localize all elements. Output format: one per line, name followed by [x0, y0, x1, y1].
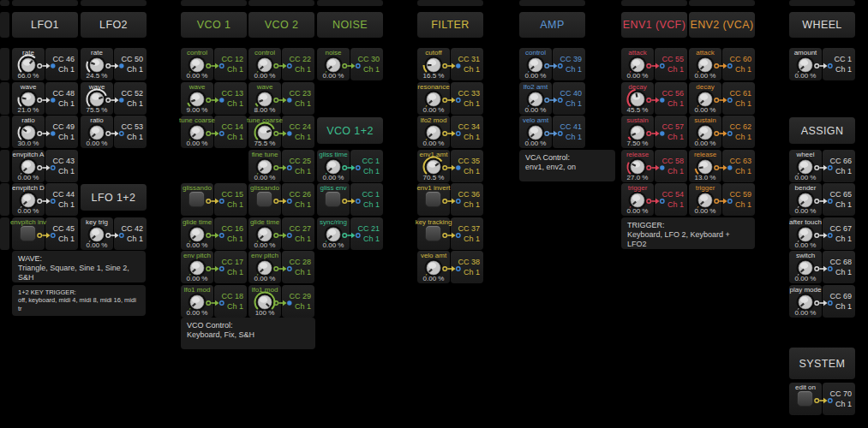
vco12-gliss-env-toggle-button[interactable] — [325, 191, 341, 207]
vco2-tune-coarse-midi-channel: Ch 1 — [295, 133, 311, 141]
lfo2-ratio-cc-number: CC 53 — [121, 122, 143, 131]
vco1-tune-coarse-mapping-row: tune coarse0.00 %CC 14Ch 1 — [181, 116, 247, 148]
system-edit-on-toggle-button[interactable] — [797, 390, 813, 407]
vco2-wave-midi-channel: Ch 1 — [295, 99, 311, 108]
vco1-glissando-mapping-row: glissandoCC 15Ch 1 — [181, 183, 247, 216]
assign-wheel-midi-channel: Ch 1 — [835, 167, 852, 175]
lfo1-envpitch-a-label: envpitch A — [5, 151, 51, 158]
vco1-tune-coarse-value: 0.00 % — [179, 140, 215, 147]
vco1-env-pitch-mapping-row: env pitch0.00 %CC 17Ch 1 — [181, 251, 247, 283]
vco2-fine-tune-cc-number: CC 25 — [289, 157, 311, 165]
noise-noise-label: noise — [310, 49, 356, 56]
filter-cutoff-midi-channel: Ch 1 — [464, 65, 480, 74]
env2-attack-mapping-row: attack0.00 %CC 60Ch 1 — [689, 48, 755, 80]
edge-sliver — [0, 0, 9, 6]
assign-play-mode-midi-channel: Ch 1 — [835, 302, 852, 311]
vco2-tune-coarse-label: tune coarse — [242, 116, 288, 124]
amp-velo-amt-label: velo amt — [512, 116, 559, 124]
env1-sustain-label: sustain — [614, 116, 661, 124]
lfo1-envpitch-inv-toggle-button[interactable] — [20, 225, 36, 241]
lfo1-ratio-value: 30.0 % — [10, 140, 46, 147]
midi-mapping-arrow-icon — [544, 61, 563, 71]
midi-cc-mapping-panel: WAVE:Triangle, Square, Sine 1, Sine 2, S… — [0, 0, 868, 428]
vco2-control-midi-channel: Ch 1 — [295, 65, 311, 74]
midi-mapping-arrow-icon — [105, 128, 124, 139]
vco2-glissando-toggle-button[interactable] — [256, 191, 272, 207]
vco2-wave-value: 8.00 % — [247, 106, 283, 114]
vco2-wave-label: wave — [242, 83, 288, 91]
vco1-tune-coarse-cc-number: CC 14 — [221, 122, 243, 131]
filter-lfo2-mod-mapping-row: lfo2 mod0.00 %CC 34Ch 1 — [417, 116, 483, 148]
midi-mapping-arrow-icon — [342, 61, 361, 71]
env2-release-cc-number: CC 63 — [729, 157, 751, 165]
amp-control-mapping-row: control0.00 %CC 39Ch 1 — [519, 48, 585, 80]
noise-noise-cc-number: CC 30 — [357, 55, 380, 63]
env1-header-label: ENV1 (VCF) — [623, 19, 685, 31]
vco2-glissando-label: glissando — [242, 184, 288, 192]
lfo2-ratio-midi-channel: Ch 1 — [127, 133, 143, 141]
env2-header-label: ENV2 (VCA) — [690, 19, 753, 31]
filter-env1-amt-mapping-row: env1 amt70.5 %CC 35Ch 1 — [417, 150, 483, 182]
filter-lfo2-mod-cc-number: CC 34 — [458, 122, 480, 131]
midi-mapping-arrow-icon — [646, 95, 665, 105]
amp-velo-amt-midi-channel: Ch 1 — [566, 133, 582, 141]
vco1-glissando-toggle-button[interactable] — [189, 191, 205, 207]
lfo12-header: LFO 1+2 — [81, 184, 147, 211]
env2-trigger-midi-channel: Ch 1 — [735, 200, 751, 209]
amp-lfo2-amt-cc-number: CC 40 — [560, 89, 582, 98]
vco12-sync-ring-label: sync/ring — [310, 218, 356, 226]
filter-env1-invert-toggle-button[interactable] — [425, 191, 441, 207]
midi-mapping-arrow-icon — [206, 230, 224, 241]
env1-trigger-mapping-row: trigger0.00 %CC 54Ch 1 — [621, 183, 687, 216]
vco2-env-pitch-label: env pitch — [242, 252, 288, 259]
filter-velo-amt-value: 0.00 % — [416, 275, 452, 282]
midi-mapping-arrow-icon — [646, 128, 665, 139]
env2-attack-value: 0.00 % — [687, 72, 723, 80]
filter-env1-amt-midi-channel: Ch 1 — [464, 167, 480, 175]
filter-env1-invert-label: env1 invert — [410, 184, 457, 192]
vca-control-options-info-title: VCA Control: — [525, 153, 609, 163]
amp-control-cc-number: CC 39 — [560, 55, 582, 63]
noise-header: NOISE — [317, 12, 383, 38]
midi-mapping-arrow-icon — [442, 95, 461, 105]
noise-noise-mapping-row: noise0.00 %CC 30Ch 1 — [317, 48, 383, 80]
wheel-amount-mapping-row: amount0.00 %CC 1Ch 1 — [789, 48, 855, 80]
env2-decay-midi-channel: Ch 1 — [735, 99, 751, 108]
assign-header-label: ASSIGN — [801, 125, 844, 137]
midi-mapping-arrow-icon — [273, 196, 292, 206]
edge-sliver — [317, 0, 383, 6]
amp-control-midi-channel: Ch 1 — [566, 65, 582, 74]
amp-lfo2-amt-midi-channel: Ch 1 — [566, 99, 582, 108]
vco1-lfo1-mod-cc-number: CC 18 — [221, 292, 243, 300]
env-trigger-options-info-title: TRIGGER: — [627, 221, 749, 230]
amp-velo-amt-value: 0.00 % — [518, 140, 554, 147]
wheel-header: WHEEL — [789, 12, 855, 38]
key-trigger-options-info-title: 1+2 KEY TRIGGER: — [18, 288, 140, 297]
env2-decay-label: decay — [682, 83, 728, 91]
vco-control-options-info: VCO Control:Keyboard, Fix, S&H — [181, 318, 315, 349]
env2-decay-value: 0.00 % — [687, 106, 723, 114]
lfo1-envpitch-inv-midi-channel: Ch 1 — [58, 235, 75, 243]
vco1-control-cc-number: CC 12 — [221, 55, 243, 63]
filter-header-label: FILTER — [431, 19, 470, 31]
noise-noise-midi-channel: Ch 1 — [363, 65, 380, 74]
lfo2-wave-mapping-row: wave75.5 %CC 52Ch 1 — [81, 82, 147, 115]
lfo2-rate-cc-number: CC 50 — [121, 55, 143, 63]
vco2-control-label: control — [242, 49, 288, 56]
lfo2-wave-label: wave — [74, 83, 120, 91]
filter-velo-amt-mapping-row: velo amt0.00 %CC 38Ch 1 — [417, 251, 483, 283]
env1-decay-cc-number: CC 56 — [661, 89, 684, 98]
midi-mapping-arrow-icon — [714, 163, 733, 173]
lfo1-wave-midi-channel: Ch 1 — [58, 99, 75, 108]
filter-key-tracking-toggle-button[interactable] — [425, 225, 441, 241]
env2-attack-cc-number: CC 60 — [729, 55, 751, 63]
midi-mapping-arrow-icon — [105, 95, 124, 105]
lfo1-envpitch-d-value: 0.00 % — [10, 207, 46, 215]
midi-mapping-arrow-icon — [37, 95, 56, 105]
midi-mapping-arrow-icon — [37, 196, 56, 206]
vco1-glissando-midi-channel: Ch 1 — [227, 200, 243, 209]
lfo1-header: LFO1 — [12, 12, 78, 38]
midi-mapping-arrow-icon — [206, 298, 224, 308]
midi-mapping-arrow-icon — [714, 61, 733, 71]
vco2-wave-mapping-row: wave8.00 %CC 23Ch 1 — [248, 82, 314, 115]
